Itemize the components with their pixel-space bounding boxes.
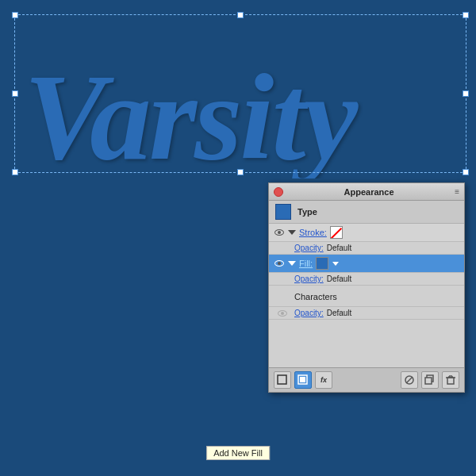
fill-opacity-label[interactable]: Opacity: xyxy=(294,274,324,283)
handle-top-center[interactable] xyxy=(237,12,244,18)
appearance-panel: Appearance ≡ Type Stroke: Opacity: xyxy=(268,182,465,393)
delete-button[interactable] xyxy=(442,371,459,389)
stroke-expand-icon[interactable] xyxy=(288,230,296,235)
fill-opacity-value: Default xyxy=(327,274,352,283)
no-style-button[interactable] xyxy=(401,371,418,389)
varsity-text: Varsity xyxy=(16,24,476,205)
panel-close-button[interactable] xyxy=(274,187,283,197)
handle-top-right[interactable] xyxy=(463,12,469,18)
stroke-opacity-value: Default xyxy=(327,244,352,252)
svg-rect-8 xyxy=(447,378,454,384)
characters-label: Characters xyxy=(294,292,337,301)
fill-opacity-row: Opacity: Default xyxy=(269,273,464,286)
stroke-visibility-icon[interactable] xyxy=(274,228,285,236)
fill-row[interactable]: Fill: xyxy=(269,255,464,273)
svg-rect-1 xyxy=(278,375,286,384)
characters-opacity-label[interactable]: Opacity: xyxy=(294,309,324,317)
handle-top-left[interactable] xyxy=(12,12,18,18)
fill-label[interactable]: Fill: xyxy=(299,259,313,268)
panel-titlebar[interactable]: Appearance ≡ xyxy=(269,183,464,201)
panel-spacer xyxy=(269,320,464,367)
duplicate-button[interactable] xyxy=(421,371,439,389)
svg-text:Varsity: Varsity xyxy=(24,49,359,178)
type-label: Type xyxy=(298,207,317,217)
panel-title: Appearance xyxy=(283,187,455,197)
characters-opacity-value: Default xyxy=(327,309,352,317)
svg-rect-3 xyxy=(300,377,305,382)
fill-dropdown-icon[interactable] xyxy=(332,262,339,266)
svg-line-5 xyxy=(406,377,413,383)
characters-visibility-icon[interactable] xyxy=(277,309,288,317)
fill-color-swatch[interactable] xyxy=(316,257,328,270)
stroke-color-swatch[interactable] xyxy=(330,226,343,239)
canvas-area: Varsity Appearance ≡ Type xyxy=(0,0,476,476)
svg-rect-7 xyxy=(425,378,432,384)
characters-opacity-row: Opacity: Default xyxy=(269,307,464,320)
fill-expand-icon[interactable] xyxy=(288,261,296,266)
type-row: Type xyxy=(269,201,464,224)
fx-button[interactable]: fx xyxy=(315,371,332,389)
fill-visibility-icon[interactable] xyxy=(274,259,285,267)
panel-toolbar: fx xyxy=(269,367,464,392)
stroke-opacity-label[interactable]: Opacity: xyxy=(294,244,324,252)
type-icon xyxy=(275,204,291,220)
new-layer-button[interactable] xyxy=(274,371,291,389)
tooltip: Add New Fill xyxy=(206,446,270,460)
add-fill-button[interactable] xyxy=(294,371,312,389)
stroke-opacity-row: Opacity: Default xyxy=(269,242,464,255)
characters-row: Characters xyxy=(269,286,464,307)
panel-menu-icon[interactable]: ≡ xyxy=(455,187,459,196)
panel-content: Type Stroke: Opacity: Default xyxy=(269,201,464,367)
stroke-row[interactable]: Stroke: xyxy=(269,224,464,242)
stroke-label[interactable]: Stroke: xyxy=(299,228,327,237)
